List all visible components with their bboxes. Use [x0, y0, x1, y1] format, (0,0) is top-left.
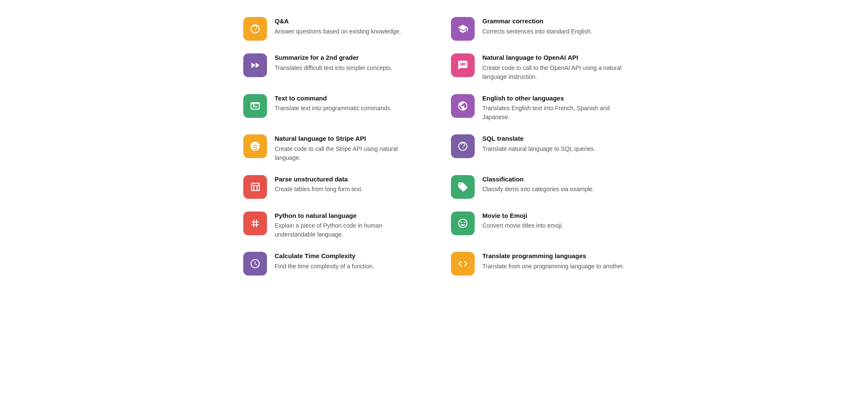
main-container: Q&A Answer questions based on existing k… — [243, 8, 625, 284]
desc-english-other: Translates English text into French, Spa… — [482, 104, 625, 122]
items-grid: Q&A Answer questions based on existing k… — [243, 17, 625, 276]
item-nl-stripe[interactable]: Natural language to Stripe API Create co… — [243, 134, 417, 162]
title-time-complexity: Calculate Time Complexity — [275, 252, 417, 260]
text-sql-translate: SQL translate Translate natural language… — [482, 134, 625, 153]
text-translate-lang: Translate programming languages Translat… — [482, 252, 625, 271]
icon-nl-openai — [451, 53, 475, 77]
icon-english-other — [451, 94, 475, 118]
item-translate-lang[interactable]: Translate programming languages Translat… — [451, 252, 625, 276]
item-english-other[interactable]: English to other languages Translates En… — [451, 94, 625, 122]
icon-time-complexity — [243, 252, 267, 276]
desc-nl-stripe: Create code to call the Stripe API using… — [275, 145, 417, 162]
text-english-other: English to other languages Translates En… — [482, 94, 625, 122]
item-python-nl[interactable]: Python to natural language Explain a pie… — [243, 212, 417, 239]
title-classification: Classification — [482, 175, 625, 184]
icon-translate-lang — [451, 252, 475, 276]
text-parse-data: Parse unstructured data Create tables fr… — [275, 175, 417, 194]
title-nl-openai: Natural language to OpenAI API — [482, 53, 625, 62]
item-summarize[interactable]: Summarize for a 2nd grader Translates di… — [243, 53, 417, 81]
item-time-complexity[interactable]: Calculate Time Complexity Find the time … — [243, 252, 417, 276]
desc-nl-openai: Create code to call to the OpenAI API us… — [482, 64, 625, 81]
title-english-other: English to other languages — [482, 94, 625, 103]
desc-classification: Classify items into categories via examp… — [482, 185, 625, 194]
text-python-nl: Python to natural language Explain a pie… — [275, 212, 417, 239]
desc-text-command: Translate text into programmatic command… — [275, 104, 417, 113]
item-nl-openai[interactable]: Natural language to OpenAI API Create co… — [451, 53, 625, 81]
title-python-nl: Python to natural language — [275, 212, 417, 220]
item-text-command[interactable]: Text to command Translate text into prog… — [243, 94, 417, 122]
item-classification[interactable]: Classification Classify items into categ… — [451, 175, 625, 199]
title-qa: Q&A — [275, 17, 417, 25]
desc-time-complexity: Find the time complexity of a function. — [275, 262, 417, 271]
title-summarize: Summarize for a 2nd grader — [275, 53, 417, 62]
desc-sql-translate: Translate natural language to SQL querie… — [482, 145, 625, 153]
desc-qa: Answer questions based on existing knowl… — [275, 27, 417, 36]
title-nl-stripe: Natural language to Stripe API — [275, 134, 417, 143]
text-nl-openai: Natural language to OpenAI API Create co… — [482, 53, 625, 81]
icon-qa — [243, 17, 267, 41]
title-grammar: Grammar correction — [482, 17, 625, 25]
desc-parse-data: Create tables from long form text. — [275, 185, 417, 194]
icon-text-command — [243, 94, 267, 118]
desc-movie-emoji: Convert movie titles into emoji. — [482, 221, 625, 230]
text-time-complexity: Calculate Time Complexity Find the time … — [275, 252, 417, 271]
item-qa[interactable]: Q&A Answer questions based on existing k… — [243, 17, 417, 41]
icon-summarize — [243, 53, 267, 77]
desc-translate-lang: Translate from one programming language … — [482, 262, 625, 271]
icon-sql-translate — [451, 134, 475, 158]
title-translate-lang: Translate programming languages — [482, 252, 625, 260]
item-movie-emoji[interactable]: Movie to Emoji Convert movie titles into… — [451, 212, 625, 239]
item-grammar[interactable]: Grammar correction Corrects sentences in… — [451, 17, 625, 41]
icon-classification — [451, 175, 475, 199]
desc-summarize: Translates difficult text into simpler c… — [275, 64, 417, 72]
text-summarize: Summarize for a 2nd grader Translates di… — [275, 53, 417, 72]
icon-grammar — [451, 17, 475, 41]
icon-python-nl — [243, 212, 267, 235]
icon-parse-data — [243, 175, 267, 199]
title-parse-data: Parse unstructured data — [275, 175, 417, 184]
text-nl-stripe: Natural language to Stripe API Create co… — [275, 134, 417, 162]
text-text-command: Text to command Translate text into prog… — [275, 94, 417, 113]
item-sql-translate[interactable]: SQL translate Translate natural language… — [451, 134, 625, 162]
text-movie-emoji: Movie to Emoji Convert movie titles into… — [482, 212, 625, 231]
desc-python-nl: Explain a piece of Python code in human … — [275, 221, 417, 239]
icon-movie-emoji — [451, 212, 475, 235]
item-parse-data[interactable]: Parse unstructured data Create tables fr… — [243, 175, 417, 199]
text-classification: Classification Classify items into categ… — [482, 175, 625, 194]
title-movie-emoji: Movie to Emoji — [482, 212, 625, 220]
text-grammar: Grammar correction Corrects sentences in… — [482, 17, 625, 36]
icon-nl-stripe — [243, 134, 267, 158]
text-qa: Q&A Answer questions based on existing k… — [275, 17, 417, 36]
title-text-command: Text to command — [275, 94, 417, 103]
desc-grammar: Corrects sentences into standard English… — [482, 27, 625, 36]
title-sql-translate: SQL translate — [482, 134, 625, 143]
